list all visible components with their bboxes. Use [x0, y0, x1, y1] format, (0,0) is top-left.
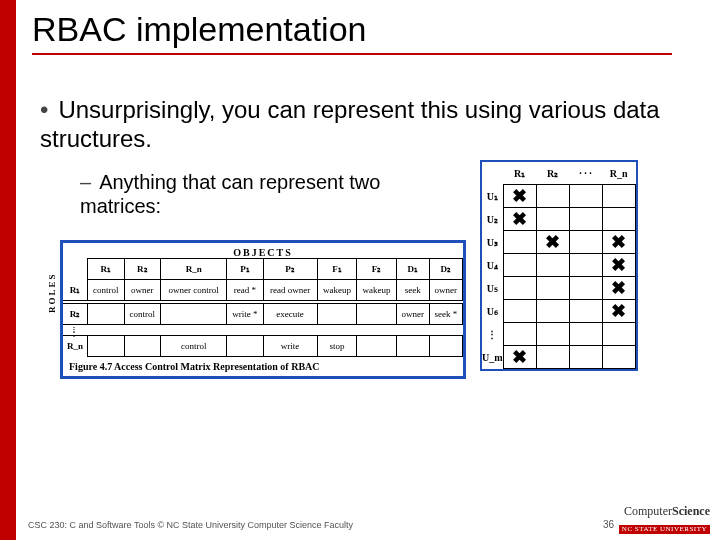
x-mark-icon: ✖ — [512, 347, 527, 367]
user-role-table: R₁ R₂ · · · R_n U₁✖ U₂✖ U₃✖✖ U₄✖ U₅✖ U₆✖… — [482, 162, 636, 369]
cell: control — [88, 280, 125, 301]
x-mark-icon: ✖ — [512, 186, 527, 206]
x-mark-icon: ✖ — [611, 255, 626, 275]
cell: wakeup — [357, 280, 397, 301]
row-label: U₄ — [482, 254, 503, 277]
cell: seek — [396, 280, 429, 301]
figure-caption: Figure 4.7 Access Control Matrix Represe… — [63, 357, 463, 376]
cell — [161, 304, 227, 325]
ncsu-badge: NC STATE UNIVERSITY — [619, 525, 710, 534]
cell — [317, 304, 357, 325]
ncsu-logo: ComputerScience NC STATE UNIVERSITY — [619, 502, 710, 534]
cell: control — [161, 336, 227, 357]
roles-axis-label: ROLES — [47, 272, 57, 313]
cell: owner control — [161, 280, 227, 301]
bullet2-text: Anything that can represent two matrices… — [80, 171, 380, 217]
col-header: D₁ — [396, 259, 429, 280]
cell — [429, 336, 462, 357]
cell — [88, 336, 125, 357]
objects-axis-label: OBJECTS — [63, 247, 463, 258]
col-header: R_n — [602, 162, 635, 185]
col-header: P₂ — [263, 259, 317, 280]
row-label: U₃ — [482, 231, 503, 254]
col-header: P₁ — [227, 259, 263, 280]
cell: stop — [317, 336, 357, 357]
bullet-level-2: –Anything that can represent two matrice… — [80, 170, 420, 218]
col-header: R_n — [161, 259, 227, 280]
col-header: R₁ — [88, 259, 125, 280]
bullet-level-1: •Unsurprisingly, you can represent this … — [40, 96, 680, 154]
figure-acm: ROLES OBJECTS R₁ R₂ R_n P₁ P₂ F₁ F₂ D₁ D… — [60, 240, 466, 379]
cell: read * — [227, 280, 263, 301]
cell: read owner — [263, 280, 317, 301]
x-mark-icon: ✖ — [545, 232, 560, 252]
row-label: U_m — [482, 346, 503, 369]
bullet-dash: – — [80, 170, 91, 194]
cell — [124, 336, 161, 357]
cell: owner — [429, 280, 462, 301]
col-header: · · · — [569, 162, 602, 185]
row-label: U₆ — [482, 300, 503, 323]
cell — [396, 336, 429, 357]
slide-accent-bar — [0, 0, 16, 540]
footer-text: CSC 230: C and Software Tools © NC State… — [28, 520, 353, 530]
cell: seek * — [429, 304, 462, 325]
cell — [227, 336, 263, 357]
cell — [88, 304, 125, 325]
row-label: ⋮ — [482, 323, 503, 346]
cell: write — [263, 336, 317, 357]
cell: write * — [227, 304, 263, 325]
cell: wakeup — [317, 280, 357, 301]
cell — [357, 304, 397, 325]
user-role-grid: R₁ R₂ · · · R_n U₁✖ U₂✖ U₃✖✖ U₄✖ U₅✖ U₆✖… — [480, 160, 638, 371]
bullet1-text: Unsurprisingly, you can represent this u… — [40, 96, 660, 152]
cell: owner — [124, 280, 161, 301]
bullet-dot: • — [40, 96, 48, 125]
slide-title: RBAC implementation — [32, 10, 672, 55]
cell — [357, 336, 397, 357]
col-header: F₁ — [317, 259, 357, 280]
col-header: R₂ — [536, 162, 569, 185]
x-mark-icon: ✖ — [611, 301, 626, 321]
x-mark-icon: ✖ — [611, 278, 626, 298]
acm-table: R₁ R₂ R_n P₁ P₂ F₁ F₂ D₁ D₂ R₁ control o… — [63, 258, 463, 357]
col-header: F₂ — [357, 259, 397, 280]
row-label: R_n — [63, 336, 88, 357]
cell: owner — [396, 304, 429, 325]
col-header: D₂ — [429, 259, 462, 280]
row-label: U₁ — [482, 185, 503, 208]
col-header: R₂ — [124, 259, 161, 280]
x-mark-icon: ✖ — [611, 232, 626, 252]
row-label: U₅ — [482, 277, 503, 300]
row-label: R₁ — [63, 280, 88, 301]
row-label: U₂ — [482, 208, 503, 231]
cell: control — [124, 304, 161, 325]
slide-number: 36 — [603, 519, 614, 530]
cell: execute — [263, 304, 317, 325]
x-mark-icon: ✖ — [512, 209, 527, 229]
col-header: R₁ — [503, 162, 536, 185]
